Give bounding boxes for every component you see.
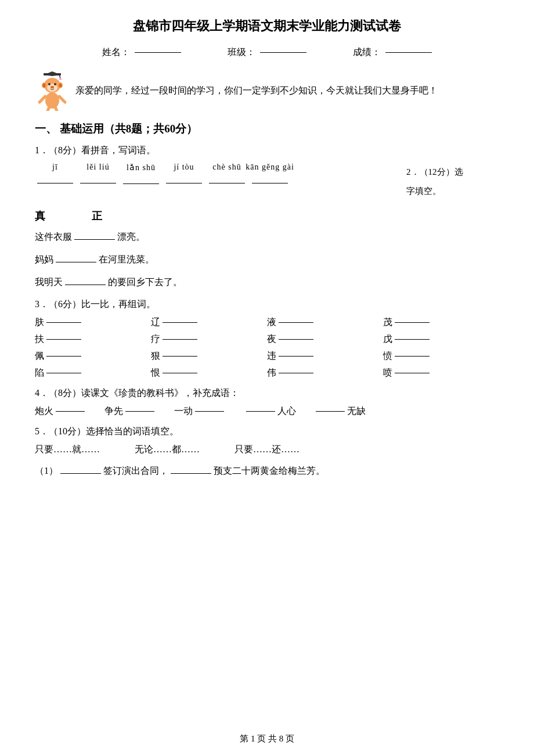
question-4: 4．（8分）读课文《珍贵的教科书》，补充成语： 炮火 争先 一动 人心 无缺: [35, 387, 499, 417]
class-input-line: [260, 52, 306, 53]
page-footer: 第 1 页 共 8 页: [0, 733, 534, 744]
compare-fu2: 扶: [35, 333, 151, 345]
section1-title: 一、 基础运用（共8题；共60分）: [35, 121, 499, 136]
question-2: 真 正 这件衣服漂亮。 妈妈在河里洗菜。 我明天的要回乡下去了。: [35, 209, 499, 290]
compare-pei: 佩: [35, 350, 151, 362]
zhenzheng-zheng: 正: [92, 209, 102, 223]
compare-xian: 陷: [35, 367, 151, 379]
blank-3: [65, 285, 106, 285]
pinyin-cell-6: kān gěng gài: [250, 163, 290, 183]
svg-point-3: [59, 78, 62, 80]
option-1: 只要……就……: [35, 444, 100, 456]
chengyu-4: 人心: [244, 405, 296, 417]
page-title: 盘锦市四年级上学期语文期末学业能力测试试卷: [35, 17, 499, 35]
svg-point-10: [48, 83, 50, 85]
q4-header: 4．（8分）读课文《珍贵的教科书》，补充成语：: [35, 387, 499, 399]
compare-grid: 肤 辽 液 茂 扶 疗 夜 戊 佩 狠 违 愤 陷 恨 伟 喷: [35, 316, 499, 379]
svg-point-8: [59, 84, 62, 88]
mascot-section: 亲爱的同学，经过一段时间的学习，你们一定学到不少知识，今天就让我们大显身手吧！: [35, 70, 499, 111]
pinyin-row: jī lěi liú lǎn shū jí tòu chè shū: [35, 163, 400, 184]
compare-ye2: 夜: [267, 333, 383, 345]
question-1: 1．（8分）看拼音，写词语。 jī lěi liú lǎn shū jí tòu: [35, 145, 499, 201]
welcome-text: 亲爱的同学，经过一段时间的学习，你们一定学到不少知识，今天就让我们大显身手吧！: [75, 85, 438, 97]
zhenzheng-options: 真 正: [35, 209, 499, 223]
compare-wei2: 伟: [267, 367, 383, 379]
svg-line-17: [55, 107, 57, 111]
svg-point-12: [50, 86, 54, 88]
compare-liao1: 辽: [151, 316, 267, 329]
info-row: 姓名： 班级： 成绩：: [35, 46, 499, 59]
class-field: 班级：: [228, 46, 306, 59]
svg-point-7: [43, 84, 46, 88]
compare-mao1: 茂: [383, 316, 499, 329]
compare-hen1: 狠: [151, 350, 267, 362]
chengyu-2: 争先: [104, 405, 157, 417]
svg-point-11: [54, 83, 56, 85]
compare-wu2: 戊: [383, 333, 499, 345]
blank-5-1a: [60, 473, 101, 474]
pinyin-cell-5: chè shū: [207, 163, 247, 183]
chengyu-3: 一动: [174, 405, 226, 417]
zhenzheng-zhen: 真: [35, 209, 45, 223]
sentence-1: 这件衣服漂亮。: [35, 229, 499, 246]
q1-header: 1．（8分）看拼音，写词语。: [35, 145, 499, 157]
chengyu-5: 无缺: [313, 405, 366, 417]
compare-fen: 愤: [383, 350, 499, 362]
compare-wei1: 违: [267, 350, 383, 362]
sentence-3: 我明天的要回乡下去了。: [35, 274, 499, 291]
blank-5-1b: [171, 473, 211, 474]
svg-line-14: [39, 96, 45, 102]
option-3: 只要……还……: [234, 444, 300, 456]
q2-note: 2．（12分）选字填空。: [406, 163, 499, 201]
compare-liao2: 疗: [151, 333, 267, 345]
name-label: 姓名：: [102, 46, 130, 59]
question-5: 5．（10分）选择恰当的词语填空。 只要……就…… 无论……都…… 只要……还……: [35, 426, 499, 480]
compare-hen2: 恨: [151, 367, 267, 379]
score-input-line: [385, 52, 432, 53]
pinyin-cell-4: jí tòu: [164, 163, 204, 183]
compare-pen: 喷: [383, 367, 499, 379]
q5-header: 5．（10分）选择恰当的词语填空。: [35, 426, 499, 438]
phrase-options: 只要……就…… 无论……都…… 只要……还……: [35, 444, 499, 456]
svg-line-15: [59, 96, 65, 102]
class-label: 班级：: [228, 46, 255, 59]
blank-2: [56, 262, 96, 262]
compare-ye1: 液: [267, 316, 383, 329]
q3-header: 3．（6分）比一比，再组词。: [35, 298, 499, 311]
pinyin-cell-3: lǎn shū: [121, 163, 161, 184]
pinyin-cell-1: jī: [35, 163, 75, 183]
score-label: 成绩：: [353, 46, 381, 59]
mascot-icon: [35, 70, 70, 111]
sentence-2: 妈妈在河里洗菜。: [35, 251, 499, 268]
chengyu-row: 炮火 争先 一动 人心 无缺: [35, 405, 499, 417]
svg-line-16: [48, 107, 49, 111]
score-field: 成绩：: [353, 46, 432, 59]
chengyu-1: 炮火: [35, 405, 87, 417]
question-3: 3．（6分）比一比，再组词。 肤 辽 液 茂 扶 疗 夜 戊 佩 狠 违 愤 陷…: [35, 298, 499, 379]
name-field: 姓名：: [102, 46, 181, 59]
name-input-line: [135, 52, 181, 53]
option-2: 无论……都……: [135, 444, 200, 456]
sub-q5-1: （1）签订演出合同，预支二十两黄金给梅兰芳。: [35, 462, 499, 480]
svg-point-13: [45, 92, 59, 109]
blank-1: [74, 239, 115, 240]
compare-fu1: 肤: [35, 316, 151, 329]
pinyin-cell-2: lěi liú: [78, 163, 118, 183]
